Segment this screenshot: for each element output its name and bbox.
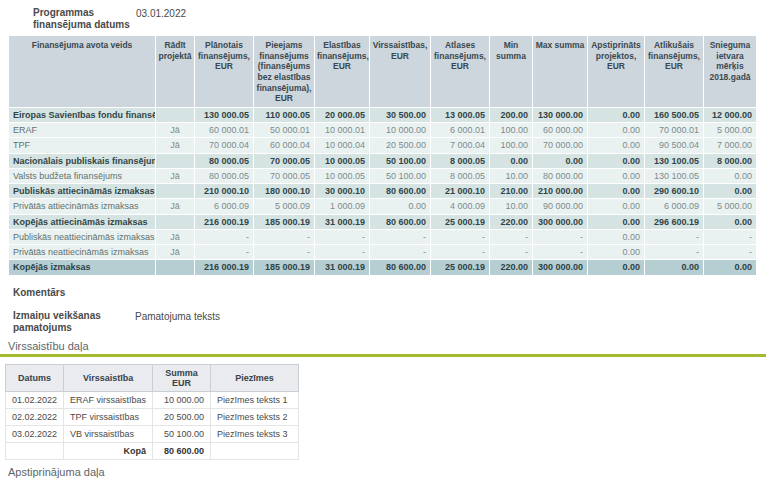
finance-row-value: 25 000.19 xyxy=(431,260,489,274)
finance-row-value: - xyxy=(533,230,587,244)
finance-row-value: 296 600.19 xyxy=(645,215,703,229)
reason-label: Izmaiņu veikšanas pamatojums xyxy=(13,310,133,334)
finance-column-header: Atlikušais finansējums, EUR xyxy=(645,36,703,107)
commitment-note: Piezīmes teksts 2 xyxy=(211,408,299,425)
commitments-row: 01.02.2022ERAF virssaistības10 000.00Pie… xyxy=(6,391,299,408)
finance-column-header: Finansējuma avota veids xyxy=(9,36,155,107)
finance-column-header: Elastības finansējums, EUR xyxy=(315,36,369,107)
commitment-date: 01.02.2022 xyxy=(6,391,64,408)
finance-row-value: 20 000.05 xyxy=(315,108,369,122)
finance-row-show-in-project xyxy=(156,215,194,229)
commitments-total-row: Kopā80 600.00 xyxy=(6,442,299,459)
finance-row-value: 5 000.09 xyxy=(254,199,314,213)
finance-row-value: 80 600.00 xyxy=(370,260,430,274)
finance-row-value: 80 000.05 xyxy=(195,154,253,168)
finance-row-label: TPF xyxy=(9,138,155,152)
finance-row-value: - xyxy=(431,245,489,259)
finance-row-value: 210.00 xyxy=(490,184,532,198)
finance-row-label: Nacionālais publiskais finansējums xyxy=(9,154,155,168)
finance-row-show-in-project: Jā xyxy=(156,230,194,244)
commitments-total-value: 80 600.00 xyxy=(153,442,211,459)
finance-row-label: ERAF xyxy=(9,123,155,137)
empty-cell xyxy=(211,442,299,459)
finance-row-value: 10 000.00 xyxy=(370,123,430,137)
finance-row-value: - xyxy=(195,230,253,244)
finance-row-value: 200.00 xyxy=(490,108,532,122)
finance-row-value: - xyxy=(645,245,703,259)
finance-row-value: 80 000.05 xyxy=(195,169,253,183)
finance-row-value: 4 000.09 xyxy=(431,199,489,213)
finance-row-label: Publiskās attiecināmās izmaksas xyxy=(9,184,155,198)
finance-row-value: 300 000.00 xyxy=(533,260,587,274)
finance-row-label: Valsts budžeta finansējums xyxy=(9,169,155,183)
finance-row-value: 0.00 xyxy=(645,260,703,274)
finance-row-label: Kopējās attiecināmās izmaksas xyxy=(9,215,155,229)
finance-row-value: 20 500.00 xyxy=(370,138,430,152)
finance-row-value: - xyxy=(704,245,756,259)
finance-row-value: 60 000.00 xyxy=(533,123,587,137)
finance-row: Privātās neattiecināmās izmaksasJā------… xyxy=(9,245,756,259)
finance-row-value: 10.00 xyxy=(490,199,532,213)
finance-row-value: 80 600.00 xyxy=(370,184,430,198)
commitments-row: 02.02.2022TPF virssaistības20 500.00Piez… xyxy=(6,408,299,425)
finance-row-show-in-project: Jā xyxy=(156,169,194,183)
finance-column-header: Min summa xyxy=(490,36,532,107)
finance-row-value: 0.00 xyxy=(704,184,756,198)
commitments-table-header-row: DatumsVirssaistībaSumma EURPiezīmes xyxy=(6,364,299,391)
commitments-table-body: 01.02.2022ERAF virssaistības10 000.00Pie… xyxy=(6,391,299,459)
finance-row-value: 10 000.05 xyxy=(315,169,369,183)
finance-row-value: 180 000.10 xyxy=(254,184,314,198)
finance-row-value: 185 000.19 xyxy=(254,260,314,274)
finance-row-show-in-project: Jā xyxy=(156,138,194,152)
finance-row-label: Kopējās izmaksas xyxy=(9,260,155,274)
finance-row-value: 300 000.00 xyxy=(533,215,587,229)
commitment-amount: 10 000.00 xyxy=(153,391,211,408)
finance-table: Finansējuma avota veidsRādīt projektāPlā… xyxy=(8,35,757,276)
finance-row-value: 185 000.19 xyxy=(254,215,314,229)
approval-section-title: Apstiprinājuma daļa xyxy=(8,466,766,478)
finance-row-value: 31 000.19 xyxy=(315,215,369,229)
finance-row: Publiskās attiecināmās izmaksas210 000.1… xyxy=(9,184,756,198)
commitments-total-label: Kopā xyxy=(64,442,153,459)
finance-row-value: 5 000.00 xyxy=(704,199,756,213)
finance-row-value: - xyxy=(645,230,703,244)
finance-row-show-in-project xyxy=(156,108,194,122)
finance-row-show-in-project: Jā xyxy=(156,199,194,213)
finance-column-header: Atlases finansējums, EUR xyxy=(431,36,489,107)
finance-row-value: 30 500.00 xyxy=(370,108,430,122)
finance-row-value: 50 100.00 xyxy=(370,169,430,183)
finance-row-show-in-project xyxy=(156,154,194,168)
commitments-column-header: Virssaistība xyxy=(64,364,153,391)
finance-row-value: 5 000.00 xyxy=(704,123,756,137)
finance-row-value: 0.00 xyxy=(588,138,644,152)
finance-row-value: - xyxy=(370,245,430,259)
finance-row-value: 6 000.09 xyxy=(645,199,703,213)
finance-row-value: 0.00 xyxy=(588,123,644,137)
finance-row-value: 10 000.04 xyxy=(315,138,369,152)
finance-row-value: - xyxy=(254,230,314,244)
finance-row-value: 130 100.05 xyxy=(645,169,703,183)
finance-row-value: 220.00 xyxy=(490,260,532,274)
finance-row-value: 216 000.19 xyxy=(195,260,253,274)
finance-column-header: Snieguma ietvara mērķis 2018.gadā xyxy=(704,36,756,107)
finance-row-value: - xyxy=(704,230,756,244)
finance-row-label: Privātās neattiecināmās izmaksas xyxy=(9,245,155,259)
commitment-name: VB virssaistības xyxy=(64,425,153,442)
finance-row-value: 160 500.05 xyxy=(645,108,703,122)
finance-row-value: 210 000.10 xyxy=(195,184,253,198)
finance-row: Kopējās izmaksas216 000.19185 000.1931 0… xyxy=(9,260,756,274)
finance-row-value: 130 100.05 xyxy=(645,154,703,168)
finance-row-value: 0.00 xyxy=(588,169,644,183)
finance-row-value: 7 000.00 xyxy=(704,138,756,152)
finance-row: Kopējās attiecināmās izmaksas216 000.191… xyxy=(9,215,756,229)
finance-row-value: 50 000.01 xyxy=(254,123,314,137)
finance-row-value: - xyxy=(254,245,314,259)
finance-row-value: 0.00 xyxy=(588,184,644,198)
finance-row-label: Publiskās neattiecināmās izmaksas xyxy=(9,230,155,244)
finance-row-value: 10 000.01 xyxy=(315,123,369,137)
finance-row-value: 0.00 xyxy=(704,215,756,229)
commitment-name: TPF virssaistības xyxy=(64,408,153,425)
finance-row-label: Privātās attiecināmās izmaksas xyxy=(9,199,155,213)
finance-row: Valsts budžeta finansējumsJā80 000.0570 … xyxy=(9,169,756,183)
commitment-amount: 20 500.00 xyxy=(153,408,211,425)
